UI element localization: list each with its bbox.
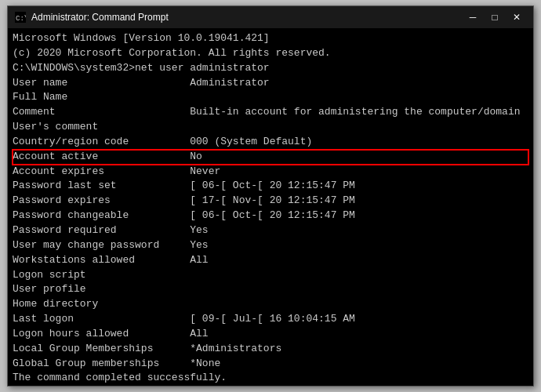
svg-text:C:\: C:\ — [16, 15, 26, 23]
console-line: User's comment — [13, 120, 528, 135]
console-line: (c) 2020 Microsoft Corporation. All righ… — [13, 46, 528, 61]
console-line: Account active No — [13, 150, 528, 165]
cmd-icon: C:\ — [14, 11, 27, 24]
console-line: Home directory — [13, 297, 528, 312]
console-line: Account expires Never — [13, 165, 528, 180]
console-line: C:\WINDOWS\system32>net user administrat… — [13, 61, 528, 76]
title-controls: ─ □ ✕ — [463, 9, 527, 25]
console-line: User profile — [13, 282, 528, 297]
console-line: Password required Yes — [13, 223, 528, 238]
close-button[interactable]: ✕ — [507, 9, 527, 25]
console-output: Microsoft Windows [Version 10.0.19041.42… — [8, 28, 533, 386]
console-line: Logon hours allowed All — [13, 327, 528, 342]
console-line: Password last set [ 06-[ Oct-[ 20 12:15:… — [13, 179, 528, 194]
console-line: Logon script — [13, 268, 528, 283]
console-line: Password expires [ 17-[ Nov-[ 20 12:15:4… — [13, 194, 528, 209]
console-line: Local Group Memberships *Administrators — [13, 342, 528, 357]
minimize-button[interactable]: ─ — [463, 9, 483, 25]
console-line: Password changeable [ 06-[ Oct-[ 20 12:1… — [13, 209, 528, 223]
console-line: Workstations allowed All — [13, 253, 528, 268]
console-line: Last logon [ 09-[ Jul-[ 16 10:04:15 AM — [13, 312, 528, 327]
console-line: Comment Built-in account for administeri… — [13, 105, 528, 120]
console-line: Global Group memberships *None — [13, 357, 528, 372]
console-line: Country/region code 000 (System Default) — [13, 135, 528, 150]
console-line: Full Name — [13, 90, 528, 105]
console-line: Microsoft Windows [Version 10.0.19041.42… — [13, 31, 528, 46]
maximize-button[interactable]: □ — [485, 9, 505, 25]
console-line: The command completed successfully. — [13, 371, 528, 386]
console-line: User may change password Yes — [13, 238, 528, 253]
title-bar: C:\ Administrator: Command Prompt ─ □ ✕ — [8, 6, 533, 28]
cmd-window: C:\ Administrator: Command Prompt ─ □ ✕ … — [7, 5, 534, 387]
title-bar-left: C:\ Administrator: Command Prompt — [14, 11, 169, 24]
console-line: User name Administrator — [13, 76, 528, 91]
window-title: Administrator: Command Prompt — [31, 12, 169, 23]
